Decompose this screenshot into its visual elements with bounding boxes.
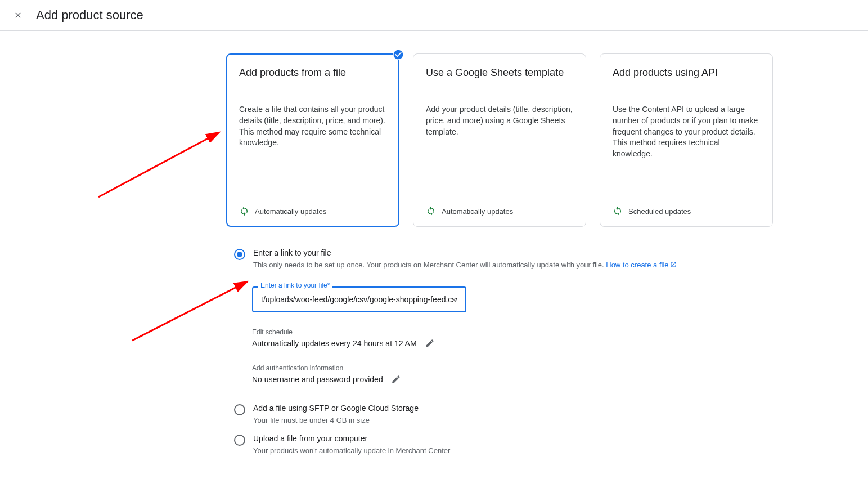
edit-schedule-button[interactable] [425,338,435,348]
radio-title: Enter a link to your file [253,248,788,257]
auth-label: Add authentication information [252,364,788,372]
card-title: Add products using API [613,66,760,79]
card-footer-text: Scheduled updates [628,207,691,216]
card-footer-text: Automatically updates [442,207,513,216]
close-icon [14,11,23,20]
sync-icon [239,206,249,216]
radio-subtitle: Your file must be under 4 GB in size [253,415,788,426]
check-circle-icon [393,49,404,60]
card-add-from-file[interactable]: Add products from a file Create a file t… [226,53,399,227]
sync-icon [613,206,623,216]
edit-auth-button[interactable] [391,374,401,384]
pencil-icon [391,374,401,384]
annotation-arrow-2 [129,276,253,343]
close-button[interactable] [11,8,25,22]
svg-line-1 [132,281,248,341]
file-link-field-label: Enter a link to your file* [258,281,332,289]
schedule-value: Automatically updates every 24 hours at … [252,339,417,348]
card-description: Add your product details (title, descrip… [426,104,573,206]
annotation-arrow-1 [96,127,225,200]
radio-title: Upload a file from your computer [253,434,788,443]
radio-enter-link[interactable] [234,249,245,260]
card-footer-text: Automatically updates [255,207,326,216]
sync-icon [426,206,436,216]
radio-subtitle: Your products won't automatically update… [253,445,788,456]
page-title: Add product source [36,8,143,23]
open-in-new-icon [670,260,677,271]
radio-sftp[interactable] [234,404,245,415]
card-title: Add products from a file [239,66,386,79]
radio-subtitle-text: This only needs to be set up once. Your … [253,261,606,269]
file-link-input[interactable] [252,286,466,312]
svg-line-0 [98,132,219,197]
radio-upload[interactable] [234,435,245,446]
card-google-sheets[interactable]: Use a Google Sheets template Add your pr… [413,53,586,227]
card-title: Use a Google Sheets template [426,66,573,79]
card-description: Use the Content API to upload a large nu… [613,104,760,206]
radio-title: Add a file using SFTP or Google Cloud St… [253,404,788,413]
how-to-create-file-link[interactable]: How to create a file [606,261,668,269]
card-api[interactable]: Add products using API Use the Content A… [600,53,773,227]
schedule-label: Edit schedule [252,328,788,336]
card-description: Create a file that contains all your pro… [239,104,386,206]
auth-value: No username and password provided [252,375,383,384]
radio-subtitle: This only needs to be set up once. Your … [253,259,788,271]
pencil-icon [425,338,435,348]
